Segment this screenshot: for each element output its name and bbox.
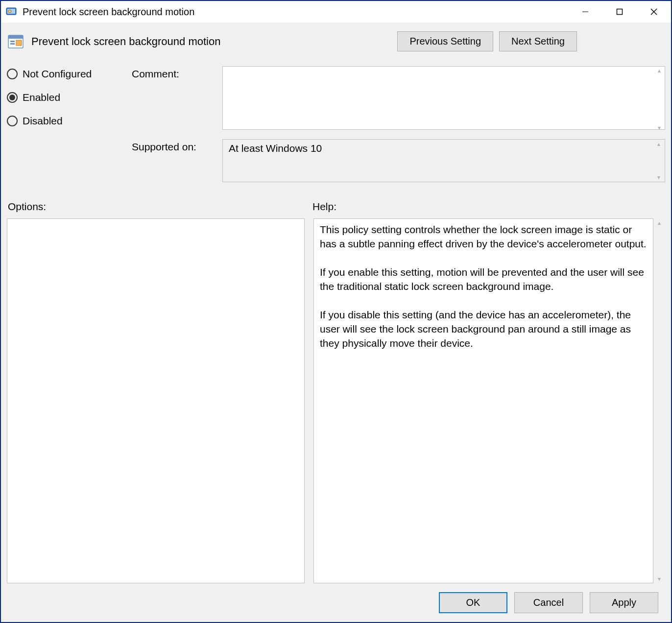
- radio-circle-icon: [7, 92, 18, 103]
- close-button[interactable]: [637, 1, 671, 23]
- next-setting-button[interactable]: Next Setting: [499, 31, 577, 51]
- previous-setting-button[interactable]: Previous Setting: [397, 31, 493, 51]
- supported-on-value: At least Windows 10: [229, 143, 322, 154]
- options-label: Options:: [8, 201, 312, 213]
- svg-point-2: [8, 10, 11, 13]
- footer: OK Cancel Apply: [7, 583, 665, 616]
- comment-label: Comment:: [132, 66, 222, 132]
- dialog-window: Prevent lock screen background motion: [0, 0, 672, 623]
- minimize-button[interactable]: [568, 1, 602, 23]
- supported-on-label: Supported on:: [132, 139, 222, 182]
- window-title: Prevent lock screen background motion: [23, 6, 194, 18]
- dialog-body: Prevent lock screen background motion Pr…: [1, 23, 671, 622]
- radio-enabled[interactable]: Enabled: [7, 92, 132, 103]
- help-label: Help:: [312, 201, 336, 213]
- svg-rect-9: [10, 41, 15, 42]
- comment-input[interactable]: [222, 66, 665, 130]
- supported-on-box: At least Windows 10 ▴▾: [222, 139, 665, 182]
- state-radio-group: Not Configured Enabled Disabled: [7, 66, 132, 197]
- svg-rect-10: [10, 43, 15, 45]
- cancel-button[interactable]: Cancel: [514, 592, 583, 613]
- svg-rect-8: [8, 35, 23, 39]
- options-panel: [7, 218, 305, 583]
- panels-row: This policy setting controls whether the…: [7, 218, 665, 583]
- config-row: Not Configured Enabled Disabled Comment:…: [7, 66, 665, 197]
- help-text: This policy setting controls whether the…: [320, 223, 647, 351]
- radio-disabled[interactable]: Disabled: [7, 115, 132, 127]
- header-row: Prevent lock screen background motion Pr…: [7, 31, 665, 51]
- policy-title: Prevent lock screen background motion: [31, 35, 220, 48]
- titlebar: Prevent lock screen background motion: [1, 1, 671, 23]
- ok-button[interactable]: OK: [439, 592, 507, 613]
- svg-rect-11: [16, 40, 22, 46]
- radio-label: Not Configured: [23, 68, 92, 80]
- radio-circle-icon: [7, 116, 18, 126]
- svg-rect-4: [617, 9, 623, 15]
- help-scroll-icon: ▴▾: [653, 218, 665, 583]
- radio-circle-icon: [7, 69, 18, 79]
- help-panel: This policy setting controls whether the…: [313, 218, 653, 583]
- app-icon: [5, 5, 18, 18]
- apply-button[interactable]: Apply: [590, 592, 658, 613]
- radio-not-configured[interactable]: Not Configured: [7, 68, 132, 80]
- radio-label: Disabled: [23, 115, 63, 127]
- policy-setting-icon: [7, 33, 24, 50]
- panel-labels: Options: Help:: [7, 201, 665, 213]
- radio-label: Enabled: [23, 92, 60, 103]
- window-controls: [568, 1, 671, 23]
- maximize-button[interactable]: [602, 1, 637, 23]
- supported-scroll-icon: ▴▾: [653, 140, 665, 182]
